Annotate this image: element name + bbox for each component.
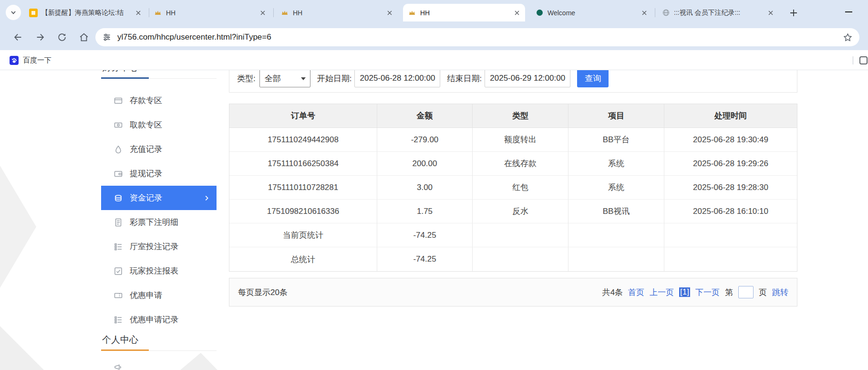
- sidebar-section-finance: 财务中心: [101, 70, 217, 79]
- empty-cell: [568, 223, 664, 247]
- sidebar-item-player-bet-report[interactable]: 玩家投注报表: [101, 259, 217, 283]
- crown-favicon-icon: [408, 9, 416, 17]
- search-button[interactable]: 查询: [577, 70, 609, 87]
- column-header: 处理时间: [664, 104, 797, 128]
- crown-favicon-icon: [280, 9, 289, 17]
- page-jump-input[interactable]: [738, 286, 754, 298]
- crown-favicon-icon: [154, 9, 162, 17]
- section-underline: [101, 78, 217, 79]
- sidebar-item-label: 优惠申请: [130, 290, 162, 301]
- sidebar-item-promo-apply-records[interactable]: 优惠申请记录: [101, 307, 217, 332]
- sidebar-item-hall-bet-records[interactable]: 厅室投注记录: [101, 234, 217, 259]
- sidebar-bottom-item[interactable]: [101, 355, 217, 370]
- tab-video-records[interactable]: :::视讯 会员下注纪录:::: [657, 4, 779, 21]
- empty-cell: [664, 223, 797, 247]
- close-icon[interactable]: [513, 9, 521, 17]
- empty-cell: [664, 247, 797, 271]
- tab-title: HH: [420, 9, 509, 17]
- sidebar-item-deposit-zone[interactable]: 存款专区: [101, 88, 217, 113]
- sidebar-item-label: 厅室投注记录: [130, 241, 178, 252]
- sidebar-menu: 存款专区 取款专区 充值记录 提现记录 资金记录: [101, 88, 217, 332]
- start-date-label: 开始日期:: [317, 73, 352, 84]
- page-prefix-text: 第: [725, 287, 733, 298]
- close-icon[interactable]: [766, 9, 775, 17]
- project-cell: 系统: [568, 152, 664, 176]
- start-date-input[interactable]: [354, 70, 440, 87]
- tab-welcome[interactable]: Welcome: [530, 4, 652, 21]
- sidebar-item-withdraw-zone[interactable]: 取款专区: [101, 113, 217, 137]
- close-icon[interactable]: [640, 9, 649, 17]
- bank-card-icon: [114, 96, 123, 105]
- sidebar-item-label: 存款专区: [130, 95, 162, 106]
- report-check-icon: [114, 267, 123, 275]
- tab-hh-1[interactable]: HH: [149, 4, 271, 21]
- sidebar-item-lottery-bet-details[interactable]: 彩票下注明细: [101, 210, 217, 234]
- amount-cell: 1.75: [377, 200, 473, 223]
- time-cell: 2025-06-28 19:30:49: [664, 128, 797, 152]
- empty-cell: [473, 247, 568, 271]
- forward-button[interactable]: [34, 32, 46, 43]
- site-settings-icon[interactable]: [102, 32, 112, 42]
- sidebar-item-label: 彩票下注明细: [130, 217, 178, 228]
- type-select-value: 全部: [265, 73, 281, 84]
- wallet-icon: [114, 169, 123, 178]
- page-content: 财务中心 存款专区 取款专区 充值记录 提现记录: [0, 70, 868, 370]
- column-header: 类型: [473, 104, 568, 128]
- close-icon[interactable]: [258, 9, 267, 17]
- type-cell: 反水: [473, 200, 568, 223]
- amount-cell: 3.00: [377, 176, 473, 200]
- jump-link[interactable]: 跳转: [772, 287, 788, 298]
- filter-panel: 类型: 全部 开始日期: 结束日期: 查询: [229, 70, 797, 93]
- home-button[interactable]: [78, 32, 90, 43]
- document-icon: [114, 218, 123, 227]
- sidebar-item-withdrawal-records[interactable]: 提现记录: [101, 161, 217, 186]
- droplet-icon: [114, 145, 123, 154]
- sidebar-item-fund-records[interactable]: 资金记录: [101, 186, 217, 210]
- total-count-text: 共4条: [602, 287, 623, 298]
- reload-button[interactable]: [56, 32, 68, 43]
- address-bar[interactable]: yl756.com/hhcp/usercenter.html?iniType=6: [95, 28, 859, 46]
- url-text: yl756.com/hhcp/usercenter.html?iniType=6: [117, 32, 837, 42]
- type-cell: 红包: [473, 176, 568, 200]
- type-select[interactable]: 全部: [259, 70, 310, 87]
- per-page-text: 每页显示20条: [238, 287, 288, 298]
- grand-total-amount-cell: -74.25: [377, 247, 473, 271]
- empty-cell: [568, 247, 664, 271]
- back-button[interactable]: [12, 32, 24, 43]
- tab-hh-active[interactable]: HH: [403, 4, 525, 21]
- fund-records-table: 订单号 金额 类型 项目 处理时间 1751110249442908 -279.…: [229, 104, 797, 272]
- end-date-input[interactable]: [485, 70, 570, 87]
- sidebar-item-label: 资金记录: [130, 192, 162, 203]
- next-page-link[interactable]: 下一页: [695, 287, 720, 298]
- bookmarks-divider: [853, 56, 853, 64]
- window-minimize-button[interactable]: [837, 4, 859, 20]
- welcome-favicon-icon: [535, 9, 544, 17]
- pagination-bar: 每页显示20条 共4条 首页 上一页 [1] 下一页 第 页 跳转: [229, 278, 797, 307]
- close-icon[interactable]: [134, 9, 143, 17]
- close-icon[interactable]: [385, 9, 394, 17]
- sidebar-item-label: 充值记录: [130, 144, 162, 155]
- tab-title: Welcome: [548, 9, 636, 17]
- tab-forum[interactable]: 【新提醒】海燕策略论坛:结: [24, 4, 146, 21]
- first-page-link[interactable]: 首页: [628, 287, 644, 298]
- order-id-cell: 1751110249442908: [229, 128, 377, 152]
- list-icon: [114, 316, 123, 324]
- current-page-indicator[interactable]: [1]: [679, 287, 690, 297]
- prev-page-link[interactable]: 上一页: [650, 287, 674, 298]
- empty-cell: [473, 223, 568, 247]
- column-header: 金额: [377, 104, 473, 128]
- tab-hh-2[interactable]: HH: [276, 4, 398, 21]
- bookmark-star-icon[interactable]: [843, 32, 853, 42]
- new-tab-button[interactable]: [787, 6, 800, 20]
- side-panel-icon[interactable]: [859, 56, 868, 64]
- tab-title: :::视讯 会员下注纪录:::: [674, 9, 763, 17]
- bookmark-baidu[interactable]: 百度一下: [7, 50, 54, 70]
- sidebar-item-recharge-records[interactable]: 充值记录: [101, 137, 217, 161]
- type-cell: 在线存款: [473, 152, 568, 176]
- sidebar-item-label: 提现记录: [130, 168, 162, 179]
- section-underline: [101, 350, 217, 351]
- type-label: 类型:: [237, 73, 256, 84]
- tab-search-button[interactable]: [6, 5, 21, 20]
- sidebar-item-promo-apply[interactable]: 优惠申请: [101, 283, 217, 307]
- coins-icon: [114, 194, 123, 202]
